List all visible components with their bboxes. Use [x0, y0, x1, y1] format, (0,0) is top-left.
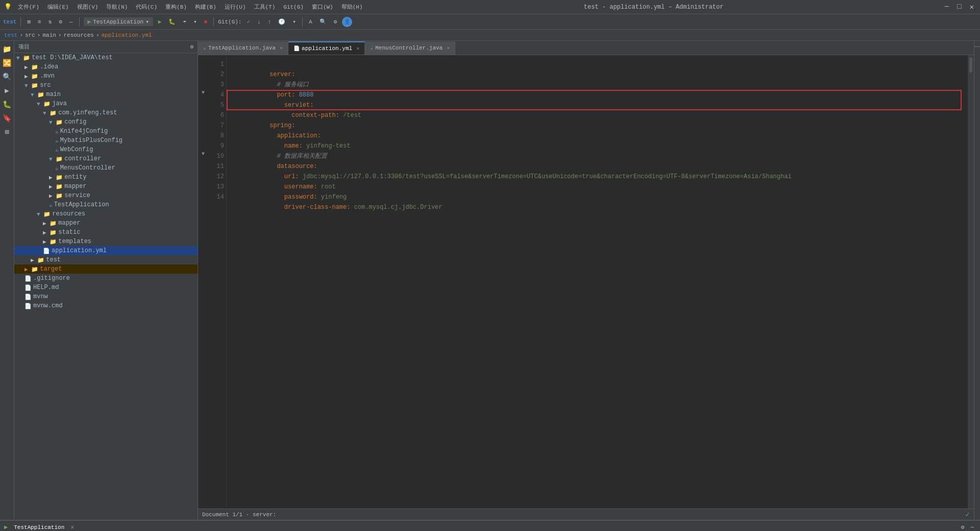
- breadcrumb-test[interactable]: test: [4, 32, 17, 38]
- tree-node-knife4j[interactable]: ☕ Knife4jConfig: [14, 127, 198, 136]
- minimize-button[interactable]: ─: [943, 3, 951, 11]
- tree-node-idea[interactable]: ▶ 📁 .idea: [14, 62, 198, 71]
- tree-node-webconfig[interactable]: ☕ WebConfig: [14, 145, 198, 154]
- tree-node-service[interactable]: ▶ 📁 service: [14, 191, 198, 200]
- tree-node-config[interactable]: ▼ 📁 config: [14, 117, 198, 127]
- tree-node-resources[interactable]: ▼ 📁 resources: [14, 209, 198, 219]
- line-numbers: 1 2 3 4 5 6 7 8 9 10 11 12 13 14: [208, 55, 227, 509]
- tree-node-controller[interactable]: ▼ 📁 controller: [14, 154, 198, 163]
- tree-node-menus[interactable]: ☕ MenusController: [14, 163, 198, 173]
- right-panel: │: [974, 41, 980, 520]
- tab-testapp-close[interactable]: ✕: [280, 45, 283, 51]
- toolbar-settings-gear-btn[interactable]: ⚙: [332, 17, 339, 26]
- toolbar-run-btn[interactable]: ▶: [156, 17, 164, 26]
- breadcrumb-file[interactable]: application.yml: [101, 32, 152, 38]
- menu-run[interactable]: 运行(U): [223, 2, 248, 12]
- tab-appyml[interactable]: 📄 application.yml ✕: [288, 41, 365, 55]
- editor-scrollbar[interactable]: [968, 55, 974, 509]
- tree-node-testapp[interactable]: ☕ TestApplication: [14, 200, 198, 209]
- menu-tools[interactable]: 工具(T): [252, 2, 278, 12]
- toolbar-settings-btn[interactable]: ⚙: [57, 17, 64, 26]
- toolbar-git-check-btn[interactable]: ✓: [244, 17, 252, 26]
- menu-view[interactable]: 视图(V): [75, 2, 101, 12]
- toolbar-search-btn[interactable]: 🔍: [317, 17, 329, 26]
- tree-node-appyml[interactable]: 📄 application.yml: [14, 246, 198, 255]
- toolbar-git-update-btn[interactable]: ↓: [255, 18, 263, 26]
- run-config-dropdown[interactable]: ▶ TestApplication ▾: [84, 17, 153, 26]
- tree-node-gitignore[interactable]: 📄 .gitignore: [14, 274, 198, 283]
- code-editor[interactable]: ▼ ▼ 1 2 3 4 5 6 7 8 9: [198, 55, 974, 509]
- tree-node-src[interactable]: ▼ 📁 src: [14, 81, 198, 90]
- debug-icon[interactable]: 🐛: [1, 98, 13, 111]
- tree-label-knife4j: Knife4jConfig: [60, 128, 108, 135]
- tab-menus[interactable]: ☕ MenusController.java ✕: [365, 41, 455, 55]
- close-button[interactable]: ✕: [968, 3, 976, 11]
- toolbar-minus-btn[interactable]: —: [67, 18, 75, 26]
- right-panel-toggle[interactable]: │: [974, 43, 980, 50]
- tree-node-java[interactable]: ▼ 📁 java: [14, 99, 198, 108]
- breadcrumb-main[interactable]: main: [42, 32, 56, 38]
- project-icon[interactable]: 📁: [1, 43, 13, 56]
- tree-node-root[interactable]: ▼ 📁 test D:\IDEA_JAVA\test: [14, 53, 198, 62]
- tree-node-helpmd[interactable]: 📄 HELP.md: [14, 283, 198, 292]
- tree-node-templates[interactable]: ▶ 📁 templates: [14, 237, 198, 246]
- tab-testapp[interactable]: ☕ TestApplication.java ✕: [198, 41, 288, 55]
- tree-label-java: java: [52, 100, 67, 107]
- structure-icon[interactable]: ⊞: [3, 126, 11, 138]
- menu-code[interactable]: 代码(C): [134, 2, 159, 12]
- menu-edit[interactable]: 编辑(E): [45, 2, 71, 12]
- toolbar-git-push-btn[interactable]: ↑: [266, 18, 274, 26]
- toolbar-expand-btn[interactable]: ⇅: [46, 17, 54, 26]
- toolbar-stop-btn[interactable]: ■: [202, 18, 210, 26]
- toolbar-translate-btn[interactable]: A: [307, 18, 314, 26]
- run-tab-label[interactable]: TestApplication: [10, 522, 68, 532]
- tree-node-target[interactable]: ▶ 📁 target: [14, 264, 198, 274]
- toolbar-debug-btn[interactable]: 🐛: [166, 17, 178, 26]
- toolbar-collapse-btn[interactable]: ≡: [36, 18, 43, 26]
- run-minimize-btn[interactable]: —: [968, 523, 976, 531]
- menu-window[interactable]: 窗口(W): [310, 2, 335, 12]
- code-line-13: password: yinfeng: [233, 182, 962, 192]
- menu-nav[interactable]: 导航(N): [104, 2, 130, 12]
- tree-node-static[interactable]: ▶ 📁 static: [14, 228, 198, 237]
- tree-node-mapper[interactable]: ▶ 📁 mapper: [14, 182, 198, 191]
- toolbar-separator-3: [213, 17, 214, 27]
- run-settings-btn[interactable]: ⚙: [959, 523, 967, 531]
- toolbar-more-run-btn[interactable]: ▾: [191, 17, 199, 26]
- maximize-button[interactable]: □: [955, 3, 963, 11]
- search-icon[interactable]: 🔍: [1, 70, 13, 83]
- menu-build[interactable]: 构建(B): [193, 2, 218, 12]
- toolbar-git-history-btn[interactable]: 🕐: [276, 17, 287, 26]
- toolbar-structure-btn[interactable]: ⊞: [25, 17, 33, 26]
- run-icon[interactable]: ▶: [3, 84, 11, 97]
- tree-label-mvn: .mvn: [40, 73, 55, 80]
- commit-icon[interactable]: 🔀: [1, 57, 13, 69]
- menu-git[interactable]: Git(G): [281, 3, 306, 11]
- code-content[interactable]: server: # 服务端口 port: 8888 servlet:: [227, 55, 968, 509]
- main-folder-icon: ▼ 📁: [31, 91, 44, 98]
- breadcrumb-resources[interactable]: resources: [63, 32, 93, 38]
- tree-settings-btn[interactable]: ⚙: [190, 43, 193, 50]
- mvnw-file-icon: 📄: [24, 294, 32, 300]
- tree-node-mapper-res[interactable]: ▶ 📁 mapper: [14, 219, 198, 228]
- tree-node-test[interactable]: ▶ 📁 test: [14, 255, 198, 264]
- tree-node-mybatis[interactable]: ☕ MybatisPlusConfig: [14, 136, 198, 145]
- toolbar-coverage-btn[interactable]: ☂: [181, 17, 188, 26]
- toolbar-git-more-btn[interactable]: ▾: [290, 17, 298, 26]
- tree-label-testapp: TestApplication: [54, 201, 109, 208]
- bookmark-icon[interactable]: 🔖: [1, 112, 13, 125]
- menu-help[interactable]: 帮助(H): [339, 2, 365, 12]
- menu-refactor[interactable]: 重构(B): [163, 2, 189, 12]
- menu-file[interactable]: 文件(F): [16, 2, 41, 12]
- tab-appyml-close[interactable]: ✕: [356, 45, 359, 52]
- tab-menus-close[interactable]: ✕: [447, 45, 450, 51]
- tree-label-root: test D:\IDEA_JAVA\test: [32, 54, 112, 61]
- tree-node-main[interactable]: ▼ 📁 main: [14, 90, 198, 99]
- tree-node-mvn[interactable]: ▶ 📁 .mvn: [14, 71, 198, 81]
- breadcrumb-src[interactable]: src: [25, 32, 35, 38]
- tree-node-mvnw[interactable]: 📄 mvnw: [14, 292, 198, 301]
- tree-node-entity[interactable]: ▶ 📁 entity: [14, 173, 198, 182]
- tree-node-com[interactable]: ▼ 📁 com.yinfeng.test: [14, 108, 198, 117]
- run-tab-close[interactable]: ✕: [70, 523, 74, 531]
- tree-node-mvnwcmd[interactable]: 📄 mvnw.cmd: [14, 301, 198, 310]
